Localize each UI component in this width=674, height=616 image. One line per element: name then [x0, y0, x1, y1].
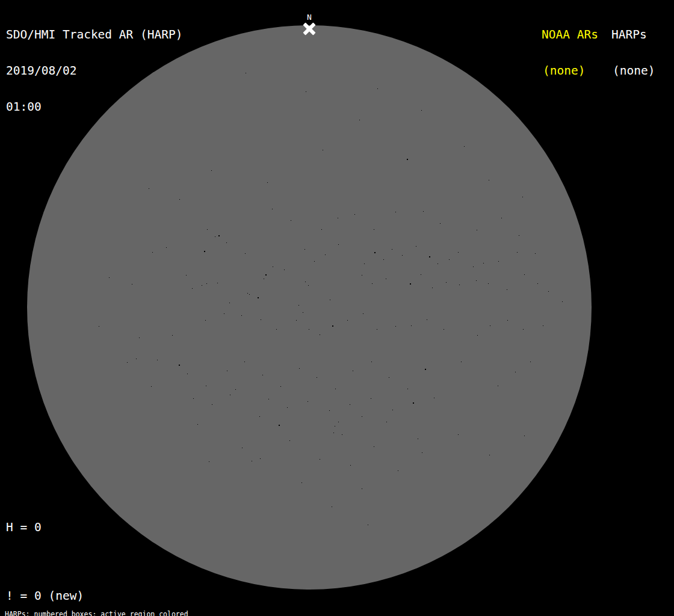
harp-total-count: H = 0 [6, 522, 140, 533]
app-title: SDO/HMI Tracked AR (HARP) [6, 29, 183, 41]
solar-tracking-screen: SDO/HMI Tracked AR (HARP) 2019/08/02 01:… [0, 0, 674, 616]
header: SDO/HMI Tracked AR (HARP) 2019/08/02 01:… [6, 5, 183, 137]
observation-time: 01:00 [6, 101, 183, 113]
north-pole-cross-icon [303, 22, 316, 35]
footnotes: HARPs: numbered boxes; active region col… [5, 596, 247, 616]
counters-spacer [6, 556, 140, 567]
noaa-ars-column: NOAA ARs (none) [542, 5, 598, 101]
north-pole-label: N [302, 13, 317, 22]
noaa-ars-label: NOAA ARs [542, 29, 598, 41]
harps-column: HARPs (none) [611, 5, 655, 101]
harps-label: HARPs [611, 29, 655, 41]
observation-date: 2019/08/02 [6, 65, 183, 77]
noaa-ars-value: (none) [542, 65, 598, 77]
harps-value: (none) [611, 65, 655, 77]
footnote-harps: HARPs: numbered boxes; active region col… [5, 611, 247, 616]
